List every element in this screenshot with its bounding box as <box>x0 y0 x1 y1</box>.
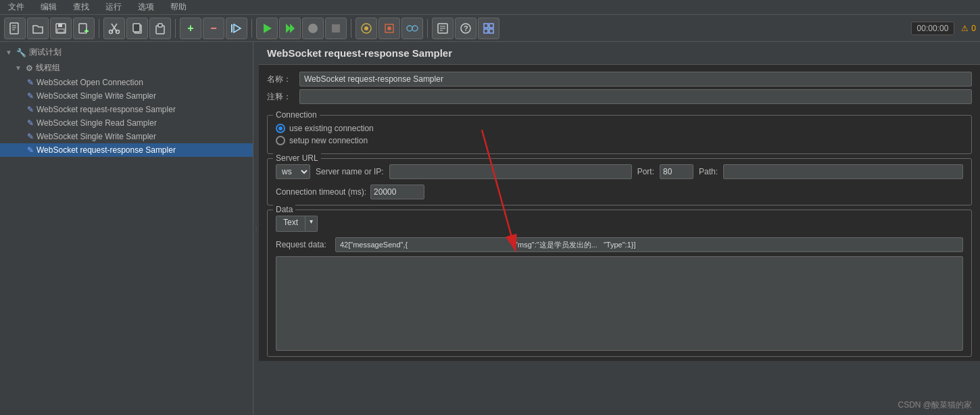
tree-toggle-testplan[interactable]: ▼ <box>5 49 14 56</box>
radio-existing-label: use existing connection <box>289 124 374 133</box>
data-group: Data Text ▾ Request data: <box>267 210 972 357</box>
request-data-label: Request data: <box>276 237 330 249</box>
text-dropdown-arrow[interactable]: ▾ <box>305 216 318 232</box>
help-button[interactable]: ? <box>455 18 476 39</box>
stop-button[interactable] <box>302 18 324 39</box>
run-no-pause-button[interactable] <box>279 18 301 39</box>
radio-row-new: setup new connection <box>276 136 963 145</box>
cut-button[interactable] <box>103 18 125 39</box>
comment-row: 注释： <box>267 89 972 104</box>
svg-marker-18 <box>234 24 241 32</box>
separator-2 <box>175 19 176 38</box>
remove-button[interactable]: − <box>203 18 224 39</box>
path-input[interactable] <box>723 164 963 179</box>
svg-rect-39 <box>484 29 488 33</box>
toolbar-warning: ⚠ 0 <box>961 24 976 33</box>
menu-edit[interactable]: 编辑 <box>38 0 59 14</box>
svg-rect-0 <box>10 23 18 34</box>
remote-start-button[interactable] <box>356 18 377 39</box>
add-button[interactable]: + <box>180 18 201 39</box>
name-input[interactable] <box>299 72 972 87</box>
protocol-select[interactable]: ws wss <box>276 164 310 179</box>
svg-rect-40 <box>489 29 493 33</box>
sidebar-item-ws-open[interactable]: ✎ WebSocket Open Connection <box>0 76 253 89</box>
ws-single-write-2-icon: ✎ <box>27 132 34 141</box>
svg-rect-37 <box>484 24 488 28</box>
tree-test-plan[interactable]: ▼ 🔧 测试计划 <box>0 45 253 60</box>
test-plan-icon: 🔧 <box>16 48 26 57</box>
menu-file[interactable]: 文件 <box>5 0 27 14</box>
copy-button[interactable] <box>126 18 148 39</box>
name-label: 名称： <box>267 74 294 85</box>
request-data-row: Request data: <box>276 237 963 252</box>
server-url-group: Server URL ws wss Server name or IP: Por… <box>267 158 972 205</box>
menu-help[interactable]: 帮助 <box>168 0 189 14</box>
remote-stop-button[interactable] <box>378 18 400 39</box>
name-row: 名称： <box>267 72 972 87</box>
main-layout: ▼ 🔧 测试计划 ▼ ⚙ 线程组 ✎ WebSocket Open Connec… <box>0 42 980 415</box>
open-button[interactable] <box>27 18 49 39</box>
new-test-plan-button[interactable] <box>4 18 26 39</box>
svg-rect-6 <box>57 29 64 32</box>
sidebar-label-ws-req-resp-1: WebSocket request-response Sampler <box>36 105 176 114</box>
comment-input[interactable] <box>299 89 972 104</box>
server-name-input[interactable] <box>389 164 632 179</box>
content-panel: WebSocket request-response Sampler 名称： 注… <box>259 42 980 361</box>
separator-1 <box>99 19 99 38</box>
request-data-area[interactable] <box>276 256 963 351</box>
remote-all-button[interactable] <box>401 18 423 39</box>
svg-text:?: ? <box>464 24 468 32</box>
svg-point-29 <box>407 26 412 31</box>
svg-rect-24 <box>332 24 340 32</box>
svg-rect-38 <box>489 24 493 28</box>
data-group-title: Data <box>273 205 295 214</box>
radio-new-connection[interactable] <box>276 136 285 145</box>
function-helper-button[interactable] <box>432 18 454 39</box>
browse-button[interactable] <box>226 18 247 39</box>
separator-3 <box>251 19 252 38</box>
toolbar: + − ? 00:00:00 ⚠ 0 <box>0 15 980 42</box>
sidebar-tree: ▼ 🔧 测试计划 ▼ ⚙ 线程组 ✎ WebSocket Open Connec… <box>0 42 253 160</box>
text-type-label: Text <box>276 216 305 232</box>
templates-button[interactable] <box>478 18 499 39</box>
server-url-row: ws wss Server name or IP: Port: Path: <box>276 164 963 179</box>
sidebar-item-ws-single-write-2[interactable]: ✎ WebSocket Single Write Sampler <box>0 130 253 143</box>
ws-single-write-1-icon: ✎ <box>27 91 34 101</box>
port-label: Port: <box>637 167 654 176</box>
watermark: CSDN @酸菜猫的家 <box>898 399 972 411</box>
test-plan-label: 测试计划 <box>29 47 62 58</box>
shutdown-button[interactable] <box>325 18 347 39</box>
svg-point-28 <box>387 26 391 30</box>
sidebar-item-ws-single-write-1[interactable]: ✎ WebSocket Single Write Sampler <box>0 89 253 103</box>
sidebar-label-ws-single-write-1: WebSocket Single Write Sampler <box>36 91 156 101</box>
connection-group: Connection use existing connection setup… <box>267 115 972 154</box>
sidebar-item-ws-single-read[interactable]: ✎ WebSocket Single Read Sampler <box>0 116 253 130</box>
sidebar-item-ws-req-resp-2[interactable]: ✎ WebSocket request-response Sampler <box>0 143 253 157</box>
svg-rect-17 <box>158 24 162 27</box>
run-button[interactable] <box>256 18 278 39</box>
thread-group-icon: ⚙ <box>26 64 33 73</box>
menu-options[interactable]: 选项 <box>135 0 157 14</box>
save-as-button[interactable] <box>73 18 95 39</box>
tree-toggle-threadgroup[interactable]: ▼ <box>15 64 23 72</box>
menubar: 文件 编辑 查找 运行 选项 帮助 <box>0 0 980 15</box>
port-input[interactable] <box>660 164 693 179</box>
timeout-input[interactable] <box>370 185 424 199</box>
thread-group-label: 线程组 <box>36 62 60 74</box>
svg-marker-21 <box>286 24 291 33</box>
save-button[interactable] <box>50 18 72 39</box>
drag-handle[interactable]: ⋮ <box>253 42 259 415</box>
svg-rect-15 <box>133 24 140 32</box>
tree-thread-group[interactable]: ▼ ⚙ 线程组 <box>0 60 253 76</box>
menu-find[interactable]: 查找 <box>70 0 92 14</box>
sidebar-item-ws-req-resp-1[interactable]: ✎ WebSocket request-response Sampler <box>0 103 253 116</box>
svg-rect-5 <box>58 24 62 27</box>
svg-point-30 <box>412 26 418 31</box>
radio-existing-connection[interactable] <box>276 124 285 133</box>
timeout-label: Connection timeout (ms): <box>276 187 366 197</box>
svg-marker-22 <box>290 24 295 33</box>
warning-count: 0 <box>971 24 976 33</box>
paste-button[interactable] <box>149 18 171 39</box>
menu-run[interactable]: 运行 <box>103 0 124 14</box>
request-data-input[interactable] <box>335 237 963 252</box>
